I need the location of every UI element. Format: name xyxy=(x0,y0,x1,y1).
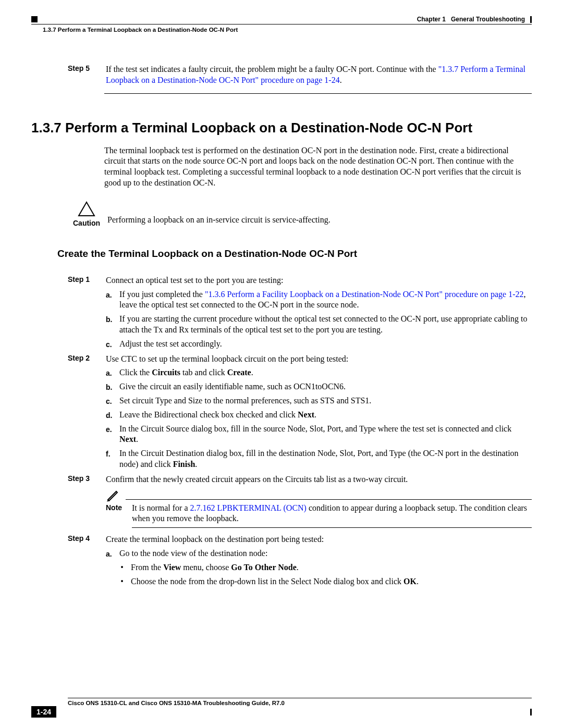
note-block: Note It is normal for a 2.7.162 LPBKTERM… xyxy=(106,488,532,528)
substep-text: Leave the Bidirectional check box checke… xyxy=(119,410,316,421)
substep-letter: e. xyxy=(106,424,114,446)
list-item: • From the View menu, choose Go To Other… xyxy=(119,562,419,573)
bullet-icon: • xyxy=(119,576,125,587)
substep-letter: a. xyxy=(106,289,114,311)
bullet-icon: • xyxy=(119,562,125,573)
substep-text: In the Circuit Source dialog box, fill i… xyxy=(119,424,532,446)
substep-letter: c. xyxy=(106,396,114,406)
note-divider-bottom xyxy=(132,527,532,528)
subsection-heading: Create the Terminal Loopback on a Destin… xyxy=(57,248,532,260)
footer-title: Cisco ONS 15310-CL and Cisco ONS 15310-M… xyxy=(68,700,532,706)
step-text: Connect an optical test set to the port … xyxy=(106,275,532,286)
chapter-title: General Troubleshooting xyxy=(451,16,525,23)
substep-f: f. In the Circuit Destination dialog box… xyxy=(106,448,532,470)
substep-letter: f. xyxy=(106,448,114,470)
substep-c: c. Set circuit Type and Size to the norm… xyxy=(106,396,532,406)
step-text: Use CTC to set up the terminal loopback … xyxy=(106,354,532,365)
substep-letter: c. xyxy=(106,339,114,350)
section-intro: The terminal loopback test is performed … xyxy=(104,145,532,189)
step-label: Step 3 xyxy=(68,474,96,533)
page-footer: Cisco ONS 15310-CL and Cisco ONS 15310-M… xyxy=(31,698,532,718)
section-end-divider xyxy=(104,93,532,94)
header-divider xyxy=(31,24,532,24)
note-icon xyxy=(106,488,119,502)
substep-b: b. Give the circuit an easily identifiab… xyxy=(106,381,532,392)
page-number: 1-24 xyxy=(31,706,56,718)
substep-letter: b. xyxy=(106,314,114,336)
substep-c: c. Adjust the test set accordingly. xyxy=(106,339,532,350)
caution-text: Performing a loopback on an in-service c… xyxy=(107,201,532,226)
step-label: Step 5 xyxy=(68,64,96,86)
substep-a: a. If you just completed the "1.3.6 Perf… xyxy=(106,289,532,311)
substep-letter: a. xyxy=(106,548,114,590)
substep-text: If you are starting the current procedur… xyxy=(119,314,532,336)
substep-a: a. Click the Circuits tab and click Crea… xyxy=(106,367,532,378)
step-text: If the test set indicates a faulty circu… xyxy=(106,65,438,73)
step-text: Create the terminal loopback on the dest… xyxy=(106,534,532,545)
footer-bar-icon xyxy=(530,709,532,715)
page-header: Chapter 1 General Troubleshooting xyxy=(31,16,532,23)
step-text: Confirm that the newly created circuit a… xyxy=(106,474,532,485)
note-divider-top xyxy=(126,499,532,500)
step-5: Step 5 If the test set indicates a fault… xyxy=(68,64,532,86)
step-3: Step 3 Confirm that the newly created ci… xyxy=(68,474,532,533)
cross-ref-link[interactable]: 2.7.162 LPBKTERMINAL (OCN) xyxy=(190,503,307,512)
footer-divider xyxy=(68,698,532,698)
step-text-end: . xyxy=(340,76,342,84)
header-marker-icon xyxy=(31,16,38,22)
substep-text: Give the circuit an easily identifiable … xyxy=(119,381,346,392)
step-2: Step 2 Use CTC to set up the terminal lo… xyxy=(68,354,532,473)
header-bar-icon xyxy=(530,16,532,23)
substep-text: If you just completed the "1.3.6 Perform… xyxy=(119,289,532,311)
page: Chapter 1 General Troubleshooting 1.3.7 … xyxy=(0,0,563,728)
substep-text: In the Circuit Destination dialog box, f… xyxy=(119,448,532,470)
caution-icon xyxy=(78,201,95,217)
step-1: Step 1 Connect an optical test set to th… xyxy=(68,275,532,353)
step-4: Step 4 Create the terminal loopback on t… xyxy=(68,534,532,593)
substep-text: Set circuit Type and Size to the normal … xyxy=(119,396,371,406)
section-heading: 1.3.7 Perform a Terminal Loopback on a D… xyxy=(31,120,532,136)
substep-a: a. Go to the node view of the destinatio… xyxy=(106,548,532,590)
substep-text: Adjust the test set accordingly. xyxy=(119,339,222,350)
substep-letter: a. xyxy=(106,367,114,378)
chapter-number: Chapter 1 xyxy=(417,16,446,23)
step-label: Step 4 xyxy=(68,534,96,593)
caution-label: Caution xyxy=(73,219,100,227)
substep-e: e. In the Circuit Source dialog box, fil… xyxy=(106,424,532,446)
step-label: Step 2 xyxy=(68,354,96,473)
substep-text: Go to the node view of the destination n… xyxy=(119,548,419,559)
cross-ref-link[interactable]: "1.3.6 Perform a Facility Loopback on a … xyxy=(205,290,524,299)
substep-b: b. If you are starting the current proce… xyxy=(106,314,532,336)
substep-text: Click the Circuits tab and click Create. xyxy=(119,367,253,378)
substep-d: d. Leave the Bidirectional check box che… xyxy=(106,410,532,421)
note-label: Note xyxy=(106,503,125,525)
bullet-text: From the View menu, choose Go To Other N… xyxy=(131,562,299,573)
substep-letter: b. xyxy=(106,381,114,392)
step-body: If the test set indicates a faulty circu… xyxy=(106,64,532,86)
substep-letter: d. xyxy=(106,410,114,421)
svg-marker-0 xyxy=(79,202,94,216)
breadcrumb: 1.3.7 Perform a Terminal Loopback on a D… xyxy=(43,27,532,33)
step-label: Step 1 xyxy=(68,275,96,353)
caution-block: Caution Performing a loopback on an in-s… xyxy=(73,201,532,227)
bullet-text: Choose the node from the drop-down list … xyxy=(131,576,419,587)
note-text: It is normal for a 2.7.162 LPBKTERMINAL … xyxy=(132,503,532,525)
list-item: • Choose the node from the drop-down lis… xyxy=(119,576,419,587)
